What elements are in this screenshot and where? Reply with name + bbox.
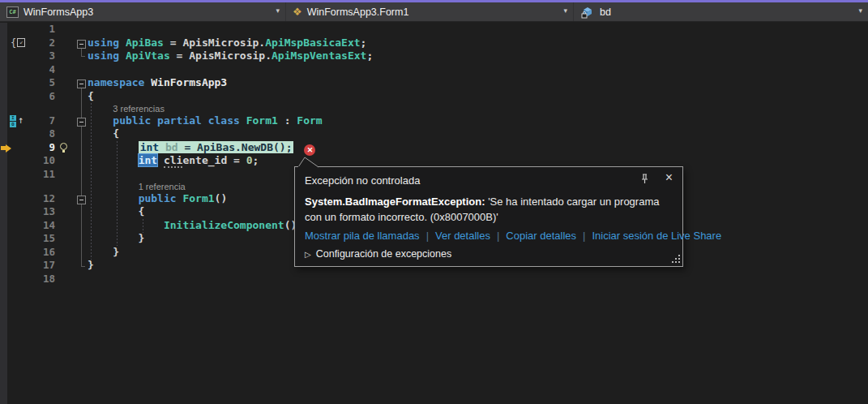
code-line-9: 9 int bd = ApiBas.NewDB();✕ xyxy=(0,141,868,155)
member-dropdown[interactable]: bd ▾ xyxy=(573,2,868,21)
view-details-link[interactable]: Ver detalles xyxy=(435,230,490,242)
quick-actions-lightbulb-icon[interactable] xyxy=(60,143,67,150)
csharp-project-icon: C# xyxy=(6,6,19,18)
line-number[interactable]: 8 xyxy=(0,127,55,141)
class-icon: ❖ xyxy=(293,6,302,18)
exception-message: System.BadImageFormatException: 'Se ha i… xyxy=(305,194,673,225)
exception-type: System.BadImageFormatException: xyxy=(305,196,485,208)
fold-toggle-icon[interactable] xyxy=(77,196,86,204)
code-line-3: 3using ApiVtas = ApisMicrosip.ApiMspVent… xyxy=(0,49,868,63)
line-number[interactable]: 1 xyxy=(0,23,55,37)
code-text[interactable]: int bd = ApiBas.NewDB();✕ xyxy=(88,141,315,156)
live-share-link[interactable]: Iniciar sesión de Live Share xyxy=(592,230,721,242)
inheritance-margin-icon[interactable]: IO↑ xyxy=(10,115,26,128)
line-number[interactable]: 13 xyxy=(0,205,55,219)
expander-collapsed-icon: ▷ xyxy=(305,250,311,259)
code-line-7: 7IO↑ public partial class Form1 : Form xyxy=(0,114,868,128)
code-line-4: 4 xyxy=(0,63,868,77)
current-statement-arrow-icon[interactable] xyxy=(1,144,11,153)
popup-actions: Mostrar pila de llamadas|Ver detalles|Co… xyxy=(305,230,728,242)
line-number[interactable]: 17 xyxy=(0,259,55,273)
execution-highlight: int bd = ApiBas.NewDB(); xyxy=(139,141,294,153)
project-dropdown-label: WinFormsApp3 xyxy=(24,6,93,18)
resize-grip-icon[interactable] xyxy=(670,254,681,264)
code-text[interactable]: InitializeComponent(); xyxy=(88,219,303,233)
line-number[interactable]: 3 xyxy=(0,49,55,63)
code-text[interactable]: public Form1() xyxy=(88,192,227,206)
member-dropdown-label: bd xyxy=(600,6,611,18)
code-text[interactable]: { xyxy=(88,90,94,104)
code-text[interactable]: { xyxy=(88,205,144,219)
navigation-bar: C# WinFormsApp3 ▾ ❖ WinFormsApp3.Form1 ▾… xyxy=(0,2,868,22)
code-text[interactable]: } xyxy=(88,232,144,246)
code-text[interactable]: using ApiVtas = ApisMicrosip.ApiMspVenta… xyxy=(88,49,373,63)
expander-label: Configuración de excepciones xyxy=(316,248,451,260)
code-line-8: 8 { xyxy=(0,127,868,141)
type-dropdown[interactable]: ❖ WinFormsApp3.Form1 ▾ xyxy=(285,2,573,21)
popup-title: Excepción no controlada xyxy=(305,174,420,187)
type-dropdown-label: WinFormsApp3.Form1 xyxy=(307,6,409,18)
code-line-1: 1 xyxy=(0,23,868,37)
field-lock-icon xyxy=(580,6,595,19)
chevron-down-icon[interactable]: ▾ xyxy=(858,6,862,15)
chevron-down-icon[interactable]: ▾ xyxy=(276,6,280,15)
codelens-row: 3 referencias xyxy=(0,103,868,114)
code-text[interactable]: int cliente_id = 0; xyxy=(88,154,259,168)
code-text[interactable]: } xyxy=(88,259,94,273)
line-number[interactable]: 12 xyxy=(0,192,55,206)
line-number[interactable]: 18 xyxy=(0,273,55,286)
code-line-18: 18 xyxy=(0,273,868,286)
visual-studio-window: C# WinFormsApp3 ▾ ❖ WinFormsApp3.Form1 ▾… xyxy=(0,0,868,404)
code-line-6: 6{ xyxy=(0,90,868,104)
fold-toggle-icon[interactable] xyxy=(77,80,86,88)
line-number[interactable]: 10 xyxy=(0,154,55,168)
fold-toggle-icon[interactable] xyxy=(77,118,86,127)
code-text[interactable]: public partial class Form1 : Form xyxy=(88,114,323,128)
line-number[interactable]: 16 xyxy=(0,246,55,260)
fold-toggle-icon[interactable] xyxy=(77,40,86,49)
codelens-references-link[interactable]: 3 referencias xyxy=(113,104,165,114)
code-line-2: 2{↙using ApiBas = ApisMicrosip.ApiMspBas… xyxy=(0,37,868,50)
code-text[interactable]: } xyxy=(88,246,119,260)
show-call-stack-link[interactable]: Mostrar pila de llamadas xyxy=(305,230,420,242)
code-line-5: 5namespace WinFormsApp3 xyxy=(0,76,868,90)
line-number[interactable]: 15 xyxy=(0,232,55,246)
pin-icon[interactable] xyxy=(639,173,650,185)
code-text[interactable]: namespace WinFormsApp3 xyxy=(88,76,227,90)
codelens-references-link[interactable]: 1 referencia xyxy=(139,182,186,192)
copy-details-link[interactable]: Copiar detalles xyxy=(506,230,576,242)
line-number[interactable]: 11 xyxy=(0,168,55,182)
line-number[interactable]: 7 xyxy=(0,114,55,128)
line-number[interactable]: 4 xyxy=(0,63,55,77)
project-dropdown[interactable]: C# WinFormsApp3 ▾ xyxy=(0,2,285,21)
usings-collapse-icon: {↙ xyxy=(11,38,25,48)
line-number[interactable]: 5 xyxy=(0,76,55,90)
chevron-down-icon[interactable]: ▾ xyxy=(563,6,567,15)
line-number[interactable]: 14 xyxy=(0,219,55,233)
exception-helper-popup: Excepción no controlada × System.BadImag… xyxy=(294,166,683,267)
line-number[interactable]: 2 xyxy=(0,37,55,50)
close-icon[interactable]: × xyxy=(665,170,673,185)
exception-settings-expander[interactable]: ▷Configuración de excepciones xyxy=(305,248,451,260)
code-text[interactable]: using ApiBas = ApisMicrosip.ApiMspBasica… xyxy=(88,37,366,50)
line-number[interactable]: 6 xyxy=(0,90,55,104)
code-text[interactable]: { xyxy=(88,127,119,141)
